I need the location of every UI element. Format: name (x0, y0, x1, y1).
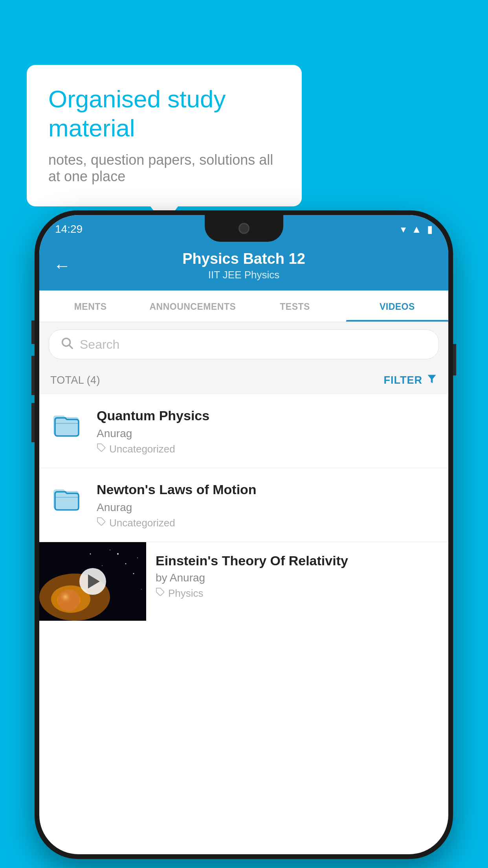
item-info: Newton's Laws of Motion Anurag Uncategor… (97, 481, 437, 529)
battery-icon: ▮ (427, 223, 433, 235)
list-item[interactable]: Quantum Physics Anurag Uncategorized (39, 394, 448, 468)
svg-point-11 (110, 550, 110, 550)
phone-frame: 14:29 ▾ ▲ ▮ ← Physics Batch 12 IIT JEE P… (35, 210, 453, 859)
phone-screen: 14:29 ▾ ▲ ▮ ← Physics Batch 12 IIT JEE P… (39, 215, 448, 854)
status-time: 14:29 (55, 223, 83, 235)
play-triangle-icon (88, 574, 100, 588)
search-placeholder: Search (80, 337, 119, 352)
filter-button[interactable]: FILTER (384, 373, 437, 387)
video-list: Quantum Physics Anurag Uncategorized (39, 394, 448, 621)
item-author: by Anurag (156, 572, 439, 584)
app-header: ← Physics Batch 12 IIT JEE Physics (39, 243, 448, 291)
svg-point-10 (125, 563, 127, 565)
folder-icon (50, 408, 82, 440)
item-tag: Uncategorized (97, 443, 437, 455)
back-button[interactable]: ← (53, 256, 71, 276)
bubble-subtitle: notes, question papers, solutions all at… (48, 152, 280, 185)
search-bar-wrapper: Search (39, 322, 448, 366)
search-icon (60, 336, 73, 353)
svg-point-12 (133, 573, 134, 574)
search-bar[interactable]: Search (49, 329, 439, 359)
filter-row: TOTAL (4) FILTER (39, 366, 448, 394)
tab-ments[interactable]: MENTS (39, 291, 141, 322)
phone-wrapper: 14:29 ▾ ▲ ▮ ← Physics Batch 12 IIT JEE P… (35, 210, 453, 859)
svg-line-1 (69, 345, 72, 348)
tag-label: Uncategorized (109, 517, 175, 529)
tag-icon (97, 443, 106, 455)
item-info: Einstein's Theory Of Relativity by Anura… (146, 542, 448, 611)
wifi-icon: ▾ (401, 223, 406, 235)
svg-point-9 (117, 553, 119, 555)
tag-icon (156, 587, 165, 600)
item-title: Einstein's Theory Of Relativity (156, 553, 439, 568)
item-tag: Physics (156, 587, 439, 600)
item-tag: Uncategorized (97, 517, 437, 529)
phone-notch (205, 215, 283, 242)
svg-point-16 (141, 589, 142, 590)
folder-icon (50, 482, 82, 514)
tag-label: Physics (168, 587, 204, 600)
speech-bubble: Organised study material notes, question… (27, 65, 302, 206)
list-item[interactable]: Einstein's Theory Of Relativity by Anura… (39, 542, 448, 621)
status-icons: ▾ ▲ ▮ (401, 223, 433, 235)
video-thumbnail (39, 542, 146, 621)
svg-point-15 (90, 554, 91, 555)
svg-point-18 (58, 589, 80, 611)
item-author: Anurag (97, 501, 437, 514)
tab-videos[interactable]: VIDEOS (346, 291, 448, 322)
play-button[interactable] (79, 568, 106, 595)
tag-icon (97, 517, 106, 529)
bubble-title: Organised study material (48, 85, 280, 143)
tab-announcements[interactable]: ANNOUNCEMENTS (141, 291, 244, 322)
filter-funnel-icon (426, 373, 437, 387)
front-camera (238, 223, 250, 234)
tabs-bar: MENTS ANNOUNCEMENTS TESTS VIDEOS (39, 291, 448, 322)
item-title: Quantum Physics (97, 407, 437, 424)
list-item[interactable]: Newton's Laws of Motion Anurag Uncategor… (39, 468, 448, 542)
tab-tests[interactable]: TESTS (244, 291, 346, 322)
item-title: Newton's Laws of Motion (97, 481, 437, 498)
filter-label: FILTER (384, 374, 422, 386)
item-author: Anurag (97, 427, 437, 440)
total-count: TOTAL (4) (50, 374, 100, 386)
svg-point-13 (102, 565, 103, 566)
svg-point-14 (137, 557, 138, 558)
signal-icon: ▲ (411, 223, 422, 235)
header-subtitle: IIT JEE Physics (80, 269, 407, 281)
header-title-wrap: Physics Batch 12 IIT JEE Physics (80, 250, 407, 281)
svg-marker-2 (428, 375, 436, 383)
speech-bubble-container: Organised study material notes, question… (27, 65, 302, 206)
page-title: Physics Batch 12 (80, 250, 407, 267)
item-icon-wrap (50, 408, 86, 441)
tag-label: Uncategorized (109, 443, 175, 455)
item-icon-wrap (50, 482, 86, 515)
item-info: Quantum Physics Anurag Uncategorized (97, 407, 437, 455)
